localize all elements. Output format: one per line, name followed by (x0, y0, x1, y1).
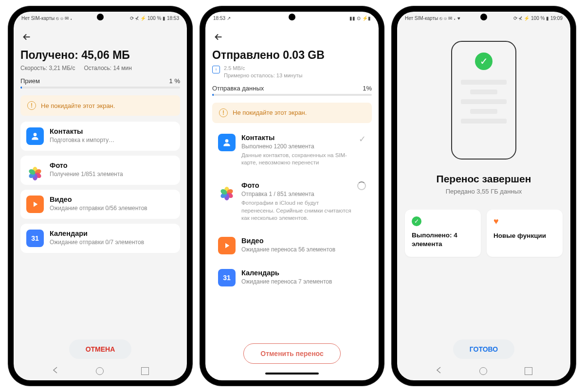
progress-bar (212, 94, 372, 96)
photos-icon (26, 161, 44, 179)
progress-pct: 1 % (169, 77, 180, 85)
back-button[interactable] (213, 30, 227, 44)
check-icon: ✓ (359, 134, 366, 144)
tile-text: Новые функции (493, 232, 556, 240)
status-left: 18:53 ↗ (213, 16, 231, 21)
heart-icon: ♥ (493, 216, 556, 227)
complete-title: Перенос завершен (437, 173, 531, 185)
transfer-meta: Скорость: 3,21 МБ/с Осталось: 14 мин (20, 65, 180, 71)
video-icon (26, 196, 44, 213)
gesture-bar[interactable] (205, 367, 379, 380)
svg-point-1 (225, 139, 229, 143)
item-title: Контакты (50, 127, 174, 135)
remaining-label: Осталось: 14 мин (84, 65, 131, 71)
item-note: Фотографии в iCloud не будут перенесены.… (241, 199, 351, 222)
item-sub: Ожидание переноса 7 элементов (241, 278, 366, 285)
camera-notch (480, 14, 487, 20)
contacts-icon (26, 127, 44, 145)
status-right: ▮▮ ⊙ ⚡▮ (349, 16, 371, 21)
item-contacts[interactable]: Контакты Подготовка к импорту… (20, 122, 180, 151)
item-sub: Получение 1/851 элемента (50, 170, 174, 178)
nav-home[interactable] (479, 367, 487, 375)
progress-row: Отправка данных 1% (212, 85, 372, 92)
item-photos[interactable]: Фото Отправка 1 / 851 элемента Фотографи… (212, 177, 372, 227)
progress-bar (20, 87, 180, 89)
tile-new-features[interactable]: ♥ Новые функции (487, 210, 563, 257)
item-contacts[interactable]: Контакты Выполнено 1200 элемента Данные … (212, 129, 372, 172)
item-title: Фото (50, 161, 174, 169)
warning-banner: ! Не покидайте этот экран. (212, 103, 372, 123)
camera-notch (97, 14, 104, 20)
nav-recent[interactable] (141, 367, 149, 375)
progress-label: Прием (20, 77, 40, 85)
phone-frame-1: Нет SIM-карты ⎋ ⊚ ✉ ◂ ⟳ ⊀ ⚡ 100 % ▮ 18:5… (9, 7, 192, 385)
page-title: Получено: 45,06 МБ (20, 49, 180, 62)
nav-home[interactable] (96, 367, 104, 375)
item-sub: Отправка 1 / 851 элемента (241, 190, 351, 198)
video-icon (218, 237, 236, 254)
done-button[interactable]: ГОТОВО (453, 339, 514, 359)
calendar-icon: 31 (26, 230, 44, 247)
progress-row: Прием 1 % (20, 77, 180, 85)
nav-recent[interactable] (525, 367, 532, 375)
nav-bar (14, 362, 187, 380)
nav-back[interactable] (435, 367, 442, 375)
screen-1: Нет SIM-карты ⎋ ⊚ ✉ ◂ ⟳ ⊀ ⚡ 100 % ▮ 18:5… (14, 12, 187, 380)
phone-frame-2: 18:53 ↗ ▮▮ ⊙ ⚡▮ Отправлено 0.03 GB ↑ 2.5… (201, 7, 383, 385)
camera-notch (289, 14, 295, 20)
item-video[interactable]: Видео Ожидание отправки 0/56 элементов (20, 190, 180, 219)
screen-3: Нет SIM-карты ⎋ ⊚ ✉ ◂ ♥ ⟳ ⊀ ⚡ 100 % ▮ 19… (397, 12, 570, 380)
remaining-label: Примерно осталось: 13 минуты (224, 72, 302, 79)
item-sub: Ожидание отправки 0/7 элементов (50, 238, 174, 246)
complete-sub: Передано 3,55 ГБ данных (446, 188, 522, 195)
progress-label: Отправка данных (212, 85, 264, 92)
screen-2: 18:53 ↗ ▮▮ ⊙ ⚡▮ Отправлено 0.03 GB ↑ 2.5… (205, 12, 379, 380)
item-calendar[interactable]: 31 Календари Ожидание отправки 0/7 элеме… (20, 224, 180, 253)
contacts-icon (218, 134, 236, 151)
item-sub: Ожидание переноса 56 элементов (241, 246, 366, 253)
success-check-icon: ✓ (475, 53, 493, 70)
warning-icon: ! (219, 108, 228, 117)
item-title: Календарь (241, 269, 366, 277)
item-sub: Выполнено 1200 элемента (241, 143, 353, 150)
item-title: Видео (241, 237, 366, 245)
item-sub: Ожидание отправки 0/56 элементов (50, 204, 174, 212)
nav-back[interactable] (52, 367, 58, 375)
page-title: Отправлено 0.03 GB (212, 49, 372, 62)
phone-frame-3: Нет SIM-карты ⎋ ⊚ ✉ ◂ ♥ ⟳ ⊀ ⚡ 100 % ▮ 19… (392, 7, 575, 385)
progress-pct: 1% (363, 85, 372, 92)
item-sub: Подготовка к импорту… (50, 136, 174, 144)
loading-spinner-icon (357, 181, 366, 190)
svg-point-0 (34, 133, 37, 136)
status-right: ⟳ ⊀ ⚡ 100 % ▮ 19:09 (513, 16, 563, 21)
calendar-icon: 31 (218, 269, 236, 286)
speed-label: Скорость: 3,21 МБ/с (20, 65, 75, 71)
back-button[interactable] (21, 30, 35, 44)
device-illustration: ✓ (451, 41, 516, 160)
warning-icon: ! (27, 101, 36, 110)
banner-text: Не покидайте этот экран. (41, 102, 115, 109)
speed-label: 2.5 MB/с (224, 65, 302, 72)
item-title: Контакты (241, 134, 353, 142)
upload-icon: ↑ (212, 66, 220, 73)
item-title: Фото (241, 181, 351, 189)
warning-banner: ! Не покидайте этот экран. (20, 95, 180, 116)
tile-text: Выполнено: 4 элемента (412, 231, 474, 248)
item-video[interactable]: Видео Ожидание переноса 56 элементов (212, 232, 372, 259)
item-title: Календари (50, 230, 174, 237)
cancel-button[interactable]: ОТМЕНА (69, 339, 132, 359)
transfer-meta: ↑ 2.5 MB/с Примерно осталось: 13 минуты (212, 65, 372, 80)
check-icon: ✓ (412, 216, 421, 226)
item-photos[interactable]: Фото Получение 1/851 элемента (20, 156, 180, 185)
nav-bar (397, 362, 570, 380)
banner-text: Не покидайте этот экран. (233, 109, 307, 116)
item-calendar[interactable]: 31 Календарь Ожидание переноса 7 элемент… (212, 264, 372, 291)
tile-completed[interactable]: ✓ Выполнено: 4 элемента (405, 210, 481, 257)
photos-icon (218, 181, 236, 199)
status-left: Нет SIM-карты ⎋ ⊚ ✉ ◂ ♥ (405, 16, 460, 21)
item-note: Данные контактов, сохраненных на SIM-кар… (241, 152, 353, 167)
cancel-button[interactable]: Отменить перенос (243, 343, 341, 364)
status-right: ⟳ ⊀ ⚡ 100 % ▮ 18:53 (130, 16, 179, 21)
item-title: Видео (50, 196, 174, 203)
status-left: Нет SIM-карты ⎋ ⊚ ✉ ◂ (21, 16, 73, 21)
